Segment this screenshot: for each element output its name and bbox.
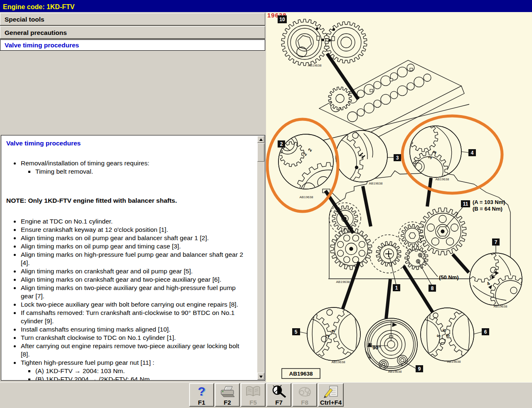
callout-1: 1 xyxy=(393,284,400,291)
timing-tools-button[interactable]: F7 xyxy=(266,383,291,407)
bullet-icon xyxy=(14,270,16,273)
bullet-icon xyxy=(14,254,16,256)
callout-8: 8 xyxy=(429,285,436,292)
intro-sub-bullet: Timing belt removal. xyxy=(6,167,246,176)
callout-7: 7 xyxy=(492,238,500,246)
bullet-icon xyxy=(14,345,16,347)
bullet-icon xyxy=(14,221,16,223)
procedure-step: Align timing marks on crankshaft gear an… xyxy=(6,267,246,275)
image-ref-label: AB19638 xyxy=(388,370,402,374)
svg-text:11: 11 xyxy=(463,201,468,207)
image-ref-label: AB19638 xyxy=(332,360,345,364)
svg-text:5: 5 xyxy=(295,329,298,335)
procedure-text: Valve timing procedures Removal/installa… xyxy=(1,135,257,381)
chevron-down-icon xyxy=(259,376,263,378)
callout-2: 2 xyxy=(278,140,285,147)
procedure-step: Engine at TDC on No.1 cylinder. xyxy=(6,217,246,226)
callout-5: 5 xyxy=(292,328,300,335)
procedure-steps: Engine at TDC on No.1 cylinder.Ensure cr… xyxy=(6,217,246,359)
square-bullet-icon xyxy=(28,370,30,372)
procedure-step: If camshafts removed: Turn crankshaft an… xyxy=(6,309,246,325)
bullet-icon xyxy=(14,312,16,314)
callout-11: 11 xyxy=(461,200,470,207)
bullet-icon xyxy=(14,162,16,165)
note-line: NOTE: Only 1KD-FTV engine fitted with ba… xyxy=(6,197,246,205)
procedure-step: Lock two-piece auxiliary gear with bolt … xyxy=(6,300,246,309)
bullet-icon xyxy=(14,362,16,364)
svg-text:8: 8 xyxy=(431,285,434,291)
scrollbar-thumb[interactable] xyxy=(257,143,264,162)
procedure-step: Ensure crankshaft keyway at 12 o'clock p… xyxy=(6,226,246,234)
svg-text:7: 7 xyxy=(495,239,498,245)
procedure-step: Align timing marks on oil pump gear and … xyxy=(6,234,246,242)
bullet-icon xyxy=(14,304,16,306)
svg-text:9: 9 xyxy=(418,366,421,372)
svg-text:6: 6 xyxy=(484,329,487,335)
svg-text:2: 2 xyxy=(280,141,283,147)
drive-belt-icon xyxy=(296,385,313,398)
svg-text:4: 4 xyxy=(471,150,474,156)
svg-text:AB19638: AB19638 xyxy=(289,371,313,377)
timing-gear-diagram: 19638 10 2 3 4 5 6 7 8 9 1 11 (A = 103 N… xyxy=(266,12,532,382)
bullet-icon xyxy=(14,229,16,231)
bullet-icon xyxy=(14,279,16,281)
image-ref-label: AB19638 xyxy=(494,305,507,308)
image-ref-label: AB19638 xyxy=(369,182,383,185)
menu-item-general-precautions[interactable]: General precautions xyxy=(0,26,265,39)
image-ref-label: AB19638 xyxy=(308,64,322,67)
edit-note-button[interactable]: Ctrl+F4 xyxy=(318,383,344,407)
bullet-icon xyxy=(14,246,16,248)
torque-sub-step: (B) 1KD-FTV 2004 → /2KD-FTV: 64 Nm. xyxy=(6,375,246,381)
manual-book-icon xyxy=(245,385,261,398)
image-ref-label: AB19638 xyxy=(336,280,350,284)
bullet-icon xyxy=(14,337,16,339)
rotation-angle-label: 90° xyxy=(372,344,381,351)
timing-tools-icon xyxy=(271,384,287,398)
procedure-step: Align timing marks on crankshaft gear an… xyxy=(6,275,246,284)
procedure-step: Align timing marks on two-piece auxiliar… xyxy=(6,284,246,300)
callout-3: 3 xyxy=(394,154,401,161)
procedure-heading: Valve timing procedures xyxy=(6,139,246,147)
bullet-icon xyxy=(14,329,16,331)
edit-note-icon xyxy=(323,385,339,398)
procedure-step: Install camshafts ensuring timing marks … xyxy=(6,325,246,334)
scroll-up-button[interactable] xyxy=(257,136,264,143)
title-bar: Engine code: 1KD-FTV xyxy=(0,0,532,12)
square-bullet-icon xyxy=(28,171,30,173)
menu-item-special-tools[interactable]: Special tools xyxy=(0,13,265,25)
torque-note-50nm: (50 Nm) xyxy=(439,274,459,280)
svg-text:10: 10 xyxy=(279,17,285,22)
menu-item-valve-timing[interactable]: Valve timing procedures xyxy=(0,39,265,51)
intro-bullet: Removal/installation of timing gears req… xyxy=(6,159,246,167)
torque-note-b: (B = 64 Nm) xyxy=(473,206,502,212)
image-ref-label: AB19638 xyxy=(436,177,449,181)
torque-sub-steps: (A) 1KD-FTV → 2004: 103 Nm.(B) 1KD-FTV 2… xyxy=(6,367,246,381)
print-button[interactable]: F2 xyxy=(215,383,240,407)
image-ref-label: AB19638 xyxy=(300,195,313,199)
chevron-up-icon xyxy=(259,138,263,141)
vertical-scrollbar[interactable] xyxy=(257,136,264,380)
bullet-icon xyxy=(14,237,16,239)
intro-sub-list: Timing belt removal. xyxy=(6,167,246,176)
image-ref-boxed-label: AB19638 xyxy=(282,369,320,379)
help-icon: ? xyxy=(198,385,205,398)
procedure-step: Turn crankshaft clockwise to TDC on No.1… xyxy=(6,334,246,342)
callout-10: 10 xyxy=(278,15,287,23)
square-bullet-icon xyxy=(28,379,30,381)
procedure-panel: Valve timing procedures Removal/installa… xyxy=(1,135,265,381)
print-icon xyxy=(219,385,235,398)
manual-button[interactable]: F5 xyxy=(241,383,266,407)
bullet-icon xyxy=(14,287,16,289)
procedure-step: Align timing marks on high-pressure fuel… xyxy=(6,251,246,267)
callout-9: 9 xyxy=(416,365,423,372)
svg-text:1: 1 xyxy=(395,285,398,291)
procedure-step: Align timing marks on oil pump gear and … xyxy=(6,242,246,251)
image-ref-label: AB19638 xyxy=(447,360,461,364)
torque-sub-step: (A) 1KD-FTV → 2004: 103 Nm. xyxy=(6,367,246,375)
drive-belt-button[interactable]: F8 xyxy=(292,383,317,407)
engine-code-label: Engine code: 1KD-FTV xyxy=(3,3,74,11)
help-button[interactable]: ? F1 xyxy=(189,383,214,407)
svg-text:3: 3 xyxy=(396,155,399,161)
scroll-down-button[interactable] xyxy=(257,373,264,380)
torque-note-a: (A = 103 Nm) xyxy=(473,199,505,205)
